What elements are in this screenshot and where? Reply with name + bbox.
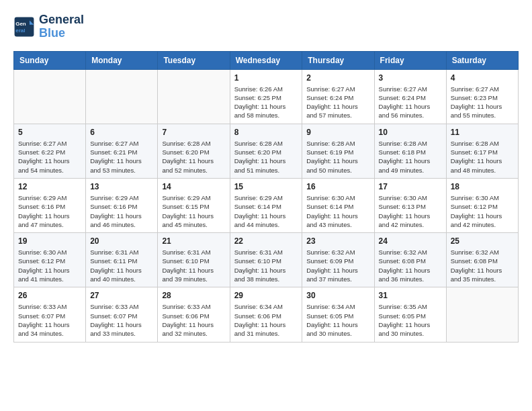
day-info: Sunrise: 6:28 AM Sunset: 6:20 PM Dayligh… bbox=[234, 139, 298, 175]
day-info: Sunrise: 6:33 AM Sunset: 6:07 PM Dayligh… bbox=[90, 302, 153, 338]
calendar-cell: 31Sunrise: 6:35 AM Sunset: 6:05 PM Dayli… bbox=[374, 287, 446, 342]
day-number: 18 bbox=[451, 182, 514, 191]
day-info: Sunrise: 6:27 AM Sunset: 6:21 PM Dayligh… bbox=[90, 139, 153, 175]
calendar-header-row: SundayMondayTuesdayWednesdayThursdayFrid… bbox=[14, 51, 519, 69]
day-number: 29 bbox=[234, 291, 298, 300]
calendar-cell: 12Sunrise: 6:29 AM Sunset: 6:16 PM Dayli… bbox=[14, 178, 86, 232]
day-number: 23 bbox=[306, 236, 369, 246]
calendar-cell: 25Sunrise: 6:32 AM Sunset: 6:08 PM Dayli… bbox=[446, 233, 518, 287]
calendar-cell: 6Sunrise: 6:27 AM Sunset: 6:21 PM Daylig… bbox=[86, 124, 158, 178]
calendar-cell bbox=[14, 69, 86, 124]
svg-text:eral: eral bbox=[15, 28, 25, 34]
calendar-cell: 30Sunrise: 6:34 AM Sunset: 6:05 PM Dayli… bbox=[302, 287, 374, 342]
day-number: 8 bbox=[234, 128, 298, 137]
day-info: Sunrise: 6:30 AM Sunset: 6:14 PM Dayligh… bbox=[306, 193, 369, 229]
calendar-header-saturday: Saturday bbox=[446, 51, 518, 69]
day-info: Sunrise: 6:31 AM Sunset: 6:11 PM Dayligh… bbox=[90, 248, 153, 283]
calendar-cell: 14Sunrise: 6:29 AM Sunset: 6:15 PM Dayli… bbox=[158, 178, 230, 232]
day-info: Sunrise: 6:32 AM Sunset: 6:09 PM Dayligh… bbox=[306, 248, 369, 283]
day-number: 1 bbox=[234, 73, 298, 83]
day-number: 25 bbox=[451, 236, 514, 246]
calendar-header-tuesday: Tuesday bbox=[158, 51, 230, 69]
day-number: 20 bbox=[90, 236, 153, 246]
calendar-cell: 23Sunrise: 6:32 AM Sunset: 6:09 PM Dayli… bbox=[302, 233, 374, 287]
day-info: Sunrise: 6:26 AM Sunset: 6:25 PM Dayligh… bbox=[234, 85, 298, 120]
calendar-cell bbox=[158, 69, 230, 124]
day-number: 5 bbox=[18, 128, 81, 137]
day-number: 14 bbox=[162, 182, 225, 191]
day-number: 4 bbox=[451, 73, 514, 83]
day-number: 12 bbox=[18, 182, 81, 191]
day-info: Sunrise: 6:31 AM Sunset: 6:10 PM Dayligh… bbox=[162, 248, 225, 283]
calendar-cell: 1Sunrise: 6:26 AM Sunset: 6:25 PM Daylig… bbox=[230, 69, 302, 124]
day-info: Sunrise: 6:30 AM Sunset: 6:12 PM Dayligh… bbox=[18, 248, 81, 283]
day-number: 17 bbox=[379, 182, 442, 191]
calendar-week-0: 1Sunrise: 6:26 AM Sunset: 6:25 PM Daylig… bbox=[14, 69, 519, 124]
day-number: 30 bbox=[306, 291, 369, 300]
calendar-header-friday: Friday bbox=[374, 51, 446, 69]
logo-text: General Blue bbox=[39, 13, 84, 40]
day-info: Sunrise: 6:29 AM Sunset: 6:15 PM Dayligh… bbox=[162, 193, 225, 229]
calendar-cell: 15Sunrise: 6:29 AM Sunset: 6:14 PM Dayli… bbox=[230, 178, 302, 232]
calendar-cell bbox=[446, 287, 518, 342]
calendar-week-2: 12Sunrise: 6:29 AM Sunset: 6:16 PM Dayli… bbox=[14, 178, 519, 232]
calendar-header-thursday: Thursday bbox=[302, 51, 374, 69]
day-number: 16 bbox=[306, 182, 369, 191]
calendar-cell: 26Sunrise: 6:33 AM Sunset: 6:07 PM Dayli… bbox=[14, 287, 86, 342]
day-info: Sunrise: 6:27 AM Sunset: 6:23 PM Dayligh… bbox=[451, 85, 514, 120]
day-info: Sunrise: 6:29 AM Sunset: 6:14 PM Dayligh… bbox=[234, 193, 298, 229]
day-info: Sunrise: 6:30 AM Sunset: 6:12 PM Dayligh… bbox=[451, 193, 514, 229]
day-info: Sunrise: 6:27 AM Sunset: 6:24 PM Dayligh… bbox=[379, 85, 442, 120]
calendar-week-4: 26Sunrise: 6:33 AM Sunset: 6:07 PM Dayli… bbox=[14, 287, 519, 342]
calendar-week-1: 5Sunrise: 6:27 AM Sunset: 6:22 PM Daylig… bbox=[14, 124, 519, 178]
day-info: Sunrise: 6:28 AM Sunset: 6:19 PM Dayligh… bbox=[306, 139, 369, 175]
calendar-cell: 17Sunrise: 6:30 AM Sunset: 6:13 PM Dayli… bbox=[374, 178, 446, 232]
day-info: Sunrise: 6:29 AM Sunset: 6:16 PM Dayligh… bbox=[18, 193, 81, 229]
svg-text:Gen: Gen bbox=[15, 21, 26, 27]
day-info: Sunrise: 6:34 AM Sunset: 6:05 PM Dayligh… bbox=[306, 302, 369, 338]
calendar: SundayMondayTuesdayWednesdayThursdayFrid… bbox=[13, 51, 519, 342]
day-info: Sunrise: 6:30 AM Sunset: 6:13 PM Dayligh… bbox=[379, 193, 442, 229]
day-number: 10 bbox=[379, 128, 442, 137]
day-number: 26 bbox=[18, 291, 81, 300]
calendar-cell: 3Sunrise: 6:27 AM Sunset: 6:24 PM Daylig… bbox=[374, 69, 446, 124]
day-number: 7 bbox=[162, 128, 225, 137]
day-number: 27 bbox=[90, 291, 153, 300]
calendar-cell: 29Sunrise: 6:34 AM Sunset: 6:06 PM Dayli… bbox=[230, 287, 302, 342]
day-info: Sunrise: 6:31 AM Sunset: 6:10 PM Dayligh… bbox=[234, 248, 298, 283]
calendar-cell: 5Sunrise: 6:27 AM Sunset: 6:22 PM Daylig… bbox=[14, 124, 86, 178]
calendar-cell: 22Sunrise: 6:31 AM Sunset: 6:10 PM Dayli… bbox=[230, 233, 302, 287]
page-header: Gen eral General Blue bbox=[13, 13, 519, 40]
day-info: Sunrise: 6:33 AM Sunset: 6:06 PM Dayligh… bbox=[162, 302, 225, 338]
calendar-cell: 21Sunrise: 6:31 AM Sunset: 6:10 PM Dayli… bbox=[158, 233, 230, 287]
calendar-header-sunday: Sunday bbox=[14, 51, 86, 69]
calendar-cell: 16Sunrise: 6:30 AM Sunset: 6:14 PM Dayli… bbox=[302, 178, 374, 232]
day-number: 21 bbox=[162, 236, 225, 246]
day-info: Sunrise: 6:28 AM Sunset: 6:17 PM Dayligh… bbox=[451, 139, 514, 175]
day-number: 31 bbox=[379, 291, 442, 300]
calendar-cell: 18Sunrise: 6:30 AM Sunset: 6:12 PM Dayli… bbox=[446, 178, 518, 232]
day-info: Sunrise: 6:35 AM Sunset: 6:05 PM Dayligh… bbox=[379, 302, 442, 338]
logo-icon: Gen eral bbox=[13, 16, 35, 38]
calendar-cell: 24Sunrise: 6:32 AM Sunset: 6:08 PM Dayli… bbox=[374, 233, 446, 287]
logo: Gen eral General Blue bbox=[13, 13, 84, 40]
calendar-cell: 4Sunrise: 6:27 AM Sunset: 6:23 PM Daylig… bbox=[446, 69, 518, 124]
day-info: Sunrise: 6:32 AM Sunset: 6:08 PM Dayligh… bbox=[451, 248, 514, 283]
calendar-cell: 11Sunrise: 6:28 AM Sunset: 6:17 PM Dayli… bbox=[446, 124, 518, 178]
day-number: 15 bbox=[234, 182, 298, 191]
day-number: 24 bbox=[379, 236, 442, 246]
day-number: 13 bbox=[90, 182, 153, 191]
calendar-cell: 8Sunrise: 6:28 AM Sunset: 6:20 PM Daylig… bbox=[230, 124, 302, 178]
calendar-cell: 7Sunrise: 6:28 AM Sunset: 6:20 PM Daylig… bbox=[158, 124, 230, 178]
day-number: 28 bbox=[162, 291, 225, 300]
calendar-cell: 9Sunrise: 6:28 AM Sunset: 6:19 PM Daylig… bbox=[302, 124, 374, 178]
day-info: Sunrise: 6:34 AM Sunset: 6:06 PM Dayligh… bbox=[234, 302, 298, 338]
day-number: 3 bbox=[379, 73, 442, 83]
day-number: 6 bbox=[90, 128, 153, 137]
calendar-week-3: 19Sunrise: 6:30 AM Sunset: 6:12 PM Dayli… bbox=[14, 233, 519, 287]
calendar-cell: 2Sunrise: 6:27 AM Sunset: 6:24 PM Daylig… bbox=[302, 69, 374, 124]
calendar-cell: 10Sunrise: 6:28 AM Sunset: 6:18 PM Dayli… bbox=[374, 124, 446, 178]
day-info: Sunrise: 6:28 AM Sunset: 6:18 PM Dayligh… bbox=[379, 139, 442, 175]
calendar-cell: 19Sunrise: 6:30 AM Sunset: 6:12 PM Dayli… bbox=[14, 233, 86, 287]
calendar-cell: 28Sunrise: 6:33 AM Sunset: 6:06 PM Dayli… bbox=[158, 287, 230, 342]
